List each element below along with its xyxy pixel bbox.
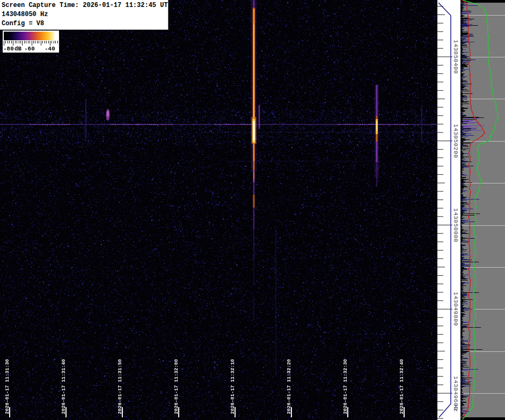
frequency-axis xyxy=(437,0,460,420)
frequency-ticks xyxy=(437,0,460,420)
spectrogram-screen: Screen Capture Time: 2026-01-17 11:32:45… xyxy=(0,0,505,420)
colorbar-mid-label: -60 xyxy=(24,46,35,52)
capture-info-box: Screen Capture Time: 2026-01-17 11:32:45… xyxy=(0,0,169,30)
config-text: Config = V8 xyxy=(2,19,166,28)
colorbar-labels: -80 dB -60 -40 xyxy=(3,46,59,53)
spectrum-side-panel xyxy=(460,0,505,420)
colorbar-legend: -80 dB -60 -40 xyxy=(3,31,59,53)
center-frequency-text: 143048050 Hz xyxy=(2,10,166,19)
waterfall-spectrogram xyxy=(0,0,437,420)
colorbar-ruler xyxy=(4,41,58,46)
colorbar-unit-label: dB xyxy=(14,46,21,52)
colorbar-gradient xyxy=(4,32,58,40)
colorbar-max-label: -40 xyxy=(45,46,55,52)
colorbar-min-label: -80 xyxy=(3,46,14,52)
capture-time-text: Screen Capture Time: 2026-01-17 11:32:45… xyxy=(2,1,166,10)
